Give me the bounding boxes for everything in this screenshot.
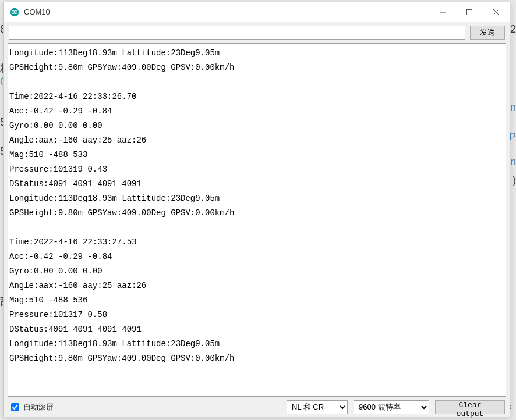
send-input[interactable] [9, 26, 465, 40]
autoscroll-checkbox[interactable]: 自动滚屏 [9, 401, 54, 413]
minimize-button[interactable] [429, 2, 456, 22]
bg-char: 2 [510, 23, 516, 35]
line-ending-select[interactable]: NL 和 CR [287, 400, 348, 414]
close-button[interactable] [483, 2, 510, 22]
bottom-bar: 自动滚屏 NL 和 CR 9600 波特率 Clear output [4, 397, 510, 417]
serial-monitor-window: COM10 发送 Longitude:113Deg18.93m Lattitud… [3, 2, 510, 417]
bg-char: n [510, 102, 516, 114]
baud-rate-select[interactable]: 9600 波特率 [354, 400, 429, 414]
svg-rect-1 [467, 9, 472, 15]
autoscroll-input[interactable] [11, 403, 19, 411]
autoscroll-label: 自动滚屏 [23, 402, 54, 412]
output-area[interactable]: Longitude:113Deg18.93m Lattitude:23Deg9.… [8, 44, 506, 396]
bg-char: n [510, 156, 516, 168]
clear-output-button[interactable]: Clear output [435, 400, 505, 414]
send-button[interactable]: 发送 [470, 26, 505, 40]
arduino-icon [10, 8, 19, 17]
send-bar: 发送 [4, 22, 510, 43]
window-title: COM10 [24, 8, 50, 16]
maximize-button[interactable] [456, 2, 483, 22]
output-area-wrap: Longitude:113Deg18.93m Lattitude:23Deg9.… [8, 43, 506, 397]
titlebar: COM10 [4, 2, 510, 22]
bg-char: ) [513, 175, 516, 187]
